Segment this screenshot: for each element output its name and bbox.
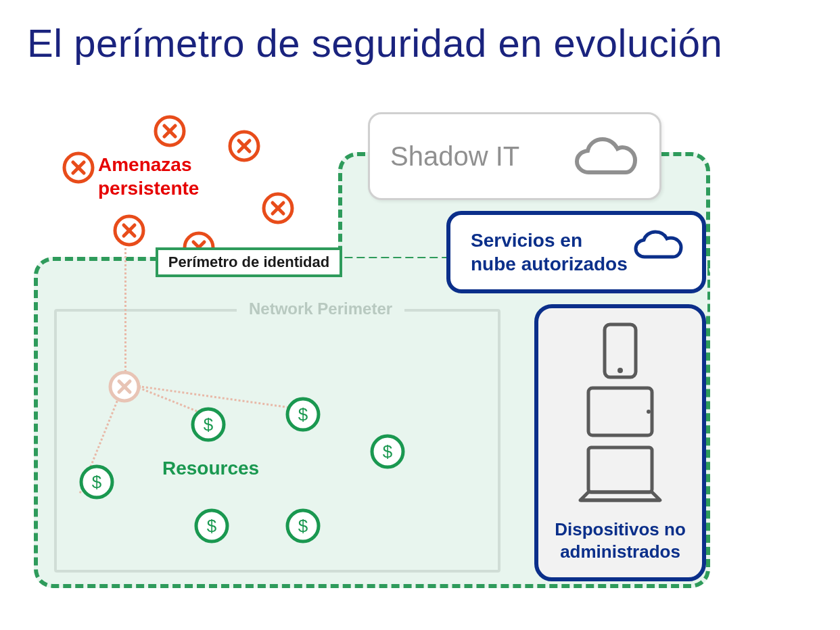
- diagram-canvas: Shadow IT Perímetro de identidad Network…: [0, 101, 840, 630]
- resources-label: Resources: [162, 458, 259, 479]
- resource-icon: $: [369, 433, 406, 473]
- intrusion-node: [107, 369, 142, 407]
- threat-icon: [227, 128, 262, 166]
- resource-icon: $: [284, 395, 322, 436]
- resource-icon: $: [284, 507, 322, 548]
- svg-text:$: $: [383, 441, 393, 462]
- tablet-icon: [586, 385, 655, 438]
- svg-rect-2: [588, 388, 652, 435]
- threat-icon: [112, 213, 147, 251]
- threat-icon: [61, 150, 96, 188]
- cloud-line2: nube autorizados: [471, 253, 628, 274]
- shadow-it-label: Shadow IT: [390, 141, 519, 172]
- identity-perimeter-label: Perímetro de identidad: [156, 247, 342, 277]
- devices-line2: administrados: [560, 541, 680, 562]
- threat-icon: [260, 191, 296, 228]
- svg-rect-4: [588, 447, 652, 492]
- resource-icon: $: [189, 406, 227, 446]
- diagram-title: El perímetro de seguridad en evolución: [27, 20, 722, 66]
- svg-point-1: [617, 368, 623, 373]
- cloud-icon: [573, 136, 640, 180]
- cloud-line1: Servicios en: [471, 230, 582, 251]
- connector-line: [124, 243, 126, 372]
- cloud-icon: [632, 228, 685, 264]
- network-perimeter-label: Network Perimeter: [237, 299, 404, 318]
- device-icons-group: [575, 322, 666, 506]
- threat-icon: [152, 114, 187, 151]
- threats-label: Amenazaspersistente: [98, 153, 199, 200]
- unmanaged-devices-box: Dispositivos no administrados: [534, 304, 706, 581]
- authorized-cloud-services-label: Servicios en nube autorizados: [471, 228, 628, 276]
- svg-text:$: $: [204, 414, 214, 435]
- svg-point-3: [647, 410, 651, 414]
- svg-text:$: $: [92, 472, 102, 492]
- svg-text:$: $: [298, 516, 308, 536]
- network-perimeter: [54, 309, 500, 573]
- svg-text:$: $: [207, 516, 217, 536]
- laptop-icon: [575, 443, 666, 506]
- resource-icon: $: [193, 507, 231, 548]
- phone-icon: [602, 322, 638, 380]
- shadow-it-box: Shadow IT: [368, 112, 661, 200]
- authorized-cloud-services-box: Servicios en nube autorizados: [446, 211, 706, 293]
- resource-icon: $: [78, 463, 116, 504]
- devices-line1: Dispositivos no: [555, 519, 686, 539]
- svg-text:$: $: [298, 404, 308, 425]
- unmanaged-devices-label: Dispositivos no administrados: [538, 518, 702, 562]
